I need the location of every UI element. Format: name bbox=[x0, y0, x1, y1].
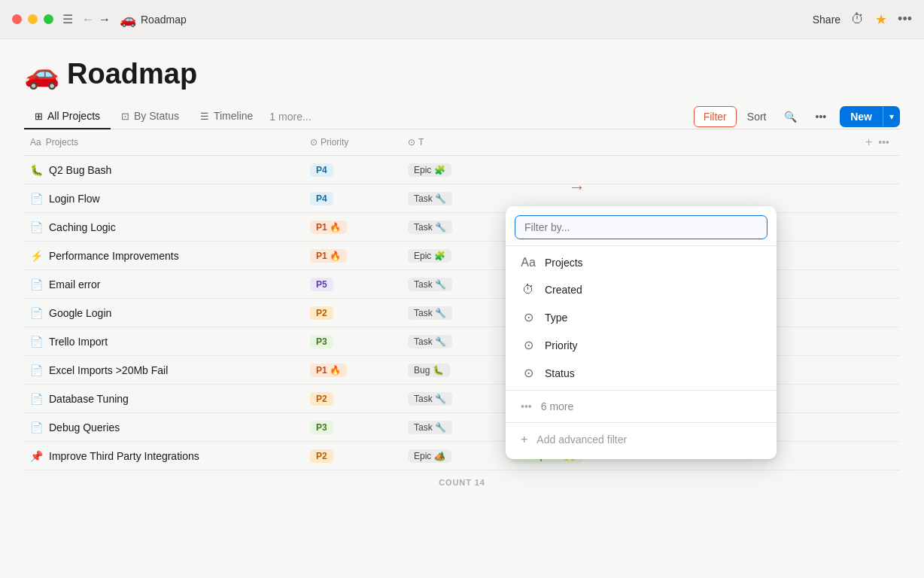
new-button[interactable]: New bbox=[840, 106, 883, 127]
row-status bbox=[506, 196, 900, 202]
col-type-label: T bbox=[418, 137, 424, 148]
filter-item-priority-label: Priority bbox=[545, 339, 578, 351]
row-project-label: Improve Third Party Integrations bbox=[49, 450, 199, 462]
type-badge: Epic 🧩 bbox=[408, 163, 451, 177]
priority-badge: P1 🔥 bbox=[310, 221, 347, 234]
filter-item-projects-label: Projects bbox=[545, 257, 583, 269]
row-type: Task 🔧 bbox=[408, 217, 506, 237]
more-col-icon[interactable]: ••• bbox=[878, 136, 889, 148]
row-project-name: 🐛 Q2 Bug Bash bbox=[24, 158, 310, 182]
filter-more-label: 6 more bbox=[541, 400, 574, 412]
filter-button[interactable]: Filter bbox=[694, 106, 737, 127]
count-bar: COUNT 14 bbox=[24, 470, 900, 494]
row-type: Task 🔧 bbox=[408, 388, 506, 409]
type-badge: Epic 🧩 bbox=[408, 249, 451, 263]
row-priority: P2 bbox=[310, 303, 408, 323]
tab-more[interactable]: 1 more... bbox=[263, 105, 317, 129]
table-row[interactable]: 🐛 Q2 Bug Bash P4 Epic 🧩 bbox=[24, 156, 900, 184]
close-button[interactable] bbox=[12, 14, 22, 24]
star-icon[interactable]: ★ bbox=[875, 11, 887, 28]
priority-badge: P4 bbox=[310, 192, 333, 205]
type-badge: Bug 🐛 bbox=[408, 364, 450, 377]
nav-arrows: ← → bbox=[82, 13, 111, 26]
col-type-icon: ⊙ bbox=[408, 137, 415, 148]
tab-by-status[interactable]: ⊡ By Status bbox=[111, 104, 190, 129]
row-type: Task 🔧 bbox=[408, 417, 506, 437]
row-project-label: Google Login bbox=[49, 307, 111, 319]
row-project-name: 📄 Caching Logic bbox=[24, 215, 310, 239]
priority-badge: P3 bbox=[310, 335, 333, 348]
row-project-label: Trello Import bbox=[49, 336, 108, 348]
filter-item-status[interactable]: ⊙ Status bbox=[506, 359, 777, 387]
priority-badge: P1 🔥 bbox=[310, 364, 347, 377]
type-filter-icon: ⊙ bbox=[521, 310, 536, 324]
menu-icon[interactable]: ☰ bbox=[62, 12, 73, 26]
status-filter-icon: ⊙ bbox=[521, 366, 536, 380]
search-icon: 🔍 bbox=[784, 111, 797, 123]
type-badge: Task 🔧 bbox=[408, 392, 452, 406]
row-project-label: Login Flow bbox=[49, 193, 100, 205]
more-toolbar-icon: ••• bbox=[815, 111, 826, 123]
filter-item-created[interactable]: ⏱ Created bbox=[506, 276, 777, 303]
new-button-chevron[interactable]: ▾ bbox=[883, 107, 900, 126]
more-options-icon[interactable]: ••• bbox=[898, 11, 912, 27]
tab-more-label: 1 more... bbox=[269, 111, 311, 123]
filter-item-type-label: Type bbox=[545, 312, 567, 324]
row-type: Epic 🧩 bbox=[408, 160, 506, 180]
filter-item-priority[interactable]: ⊙ Priority bbox=[506, 331, 777, 359]
row-project-icon: 📄 bbox=[30, 307, 43, 319]
priority-badge: P3 bbox=[310, 421, 333, 434]
col-priority-label: Priority bbox=[321, 137, 348, 148]
row-priority: P1 🔥 bbox=[310, 245, 408, 266]
maximize-button[interactable] bbox=[44, 14, 53, 24]
titlebar: ☰ ← → 🚗 Roadmap Share ⏱ ★ ••• bbox=[0, 0, 924, 39]
row-priority: P1 🔥 bbox=[310, 360, 408, 380]
share-button[interactable]: Share bbox=[813, 14, 840, 26]
type-badge: Task 🔧 bbox=[408, 278, 452, 291]
filter-add-label: Add advanced filter bbox=[536, 434, 627, 446]
type-badge: Task 🔧 bbox=[408, 221, 452, 234]
search-button[interactable]: 🔍 bbox=[777, 107, 804, 126]
created-filter-icon: ⏱ bbox=[521, 283, 536, 297]
type-badge: Task 🔧 bbox=[408, 335, 452, 348]
type-badge: Task 🔧 bbox=[408, 421, 452, 434]
tabs-toolbar: ⊞ All Projects ⊡ By Status ☰ Timeline 1 … bbox=[24, 104, 900, 129]
toolbar-actions: Filter Sort 🔍 ••• New ▾ bbox=[694, 106, 900, 127]
priority-badge: P4 bbox=[310, 163, 333, 177]
clock-icon[interactable]: ⏱ bbox=[851, 11, 865, 27]
row-project-icon: 📄 bbox=[30, 421, 43, 434]
tabs: ⊞ All Projects ⊡ By Status ☰ Timeline 1 … bbox=[24, 104, 694, 129]
titlebar-actions: Share ⏱ ★ ••• bbox=[813, 11, 912, 28]
tab-all-projects[interactable]: ⊞ All Projects bbox=[24, 104, 111, 129]
filter-divider-3 bbox=[506, 422, 777, 423]
row-project-label: Caching Logic bbox=[49, 221, 116, 233]
sort-button[interactable]: Sort bbox=[740, 107, 774, 126]
row-type: Bug 🐛 bbox=[408, 360, 506, 380]
row-project-label: Performance Improvements bbox=[49, 250, 179, 262]
filter-item-type[interactable]: ⊙ Type bbox=[506, 303, 777, 331]
add-col-icon[interactable]: + bbox=[865, 135, 872, 149]
col-priority-icon: ⊙ bbox=[310, 137, 318, 148]
filter-divider-2 bbox=[506, 390, 777, 391]
filter-add-advanced[interactable]: + Add advanced filter bbox=[506, 426, 777, 453]
row-type: Task 🔧 bbox=[408, 331, 506, 351]
more-toolbar-button[interactable]: ••• bbox=[807, 107, 834, 126]
minimize-button[interactable] bbox=[28, 14, 38, 24]
filter-more[interactable]: ••• 6 more bbox=[506, 394, 777, 419]
row-project-label: Q2 Bug Bash bbox=[49, 164, 111, 176]
sort-button-label: Sort bbox=[747, 111, 767, 123]
filter-search-input[interactable] bbox=[515, 215, 767, 239]
tab-timeline[interactable]: ☰ Timeline bbox=[190, 104, 263, 129]
tab-timeline-label: Timeline bbox=[214, 110, 253, 122]
filter-item-projects[interactable]: Aa Projects bbox=[506, 249, 777, 276]
row-priority: P2 bbox=[310, 388, 408, 409]
back-arrow-icon[interactable]: ← bbox=[82, 13, 94, 26]
row-project-icon: 📄 bbox=[30, 336, 43, 348]
row-project-icon: 📄 bbox=[30, 193, 43, 205]
row-project-name: 📌 Improve Third Party Integrations bbox=[24, 444, 310, 468]
col-project-label: Projects bbox=[46, 137, 78, 148]
page-heading: Roadmap bbox=[67, 58, 197, 90]
filter-arrow-indicator: → bbox=[569, 178, 585, 197]
timeline-icon: ☰ bbox=[200, 111, 209, 122]
forward-arrow-icon[interactable]: → bbox=[99, 13, 111, 26]
